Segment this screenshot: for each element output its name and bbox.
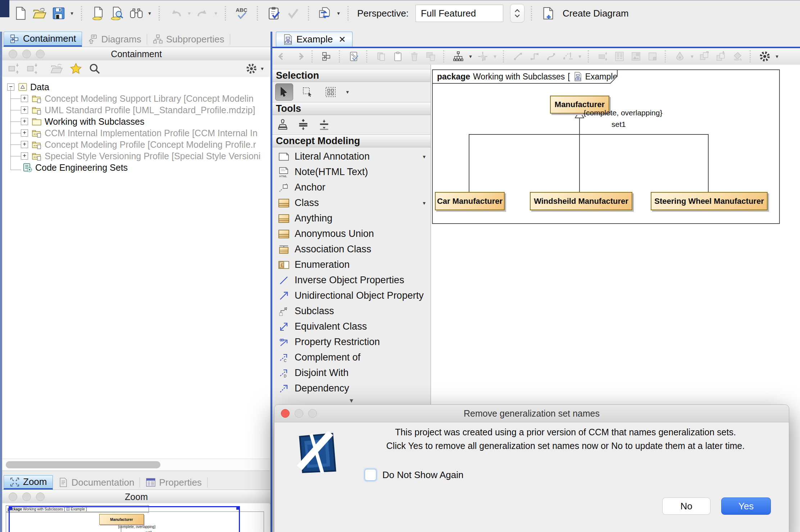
palette-item-class[interactable]: Class ▾ xyxy=(272,195,431,211)
yes-button[interactable]: Yes xyxy=(721,497,771,515)
redo-icon[interactable] xyxy=(194,4,211,22)
paste-icon[interactable] xyxy=(391,50,405,63)
palette-item-anchor[interactable]: Anchor xyxy=(272,180,431,195)
zoom-viewport-rectangle[interactable] xyxy=(9,506,240,532)
expand-plus-icon[interactable]: + xyxy=(21,106,28,114)
palette-section-selection[interactable]: Selection xyxy=(272,69,431,82)
find-dropdown-icon[interactable]: ▾ xyxy=(147,10,152,17)
diagram-options-gear-icon[interactable] xyxy=(758,50,772,63)
generalization-constraint-label[interactable]: {complete, overlapping} xyxy=(583,109,663,117)
fit-shape-icon[interactable] xyxy=(596,50,610,63)
do-not-show-again-row[interactable]: Do Not Show Again xyxy=(364,469,463,481)
palette-section-concept-modeling[interactable]: Concept Modeling xyxy=(272,134,431,147)
zoom-preview[interactable]: package Working with Subclasses [ Exampl… xyxy=(2,503,270,532)
zoom-button[interactable] xyxy=(308,409,317,418)
palette-item-unidirectional-object-property[interactable]: Unidirectional Object Property xyxy=(272,288,431,303)
collapse-selected-icon[interactable] xyxy=(27,63,39,75)
style-paint-icon[interactable] xyxy=(673,50,687,63)
marquee-select-button[interactable] xyxy=(299,84,316,100)
class-steering-wheel-manufacturer[interactable]: Steering Wheel Manufacturer xyxy=(651,192,768,210)
generate-dropdown-icon[interactable]: ▾ xyxy=(336,10,341,17)
image-shape-icon[interactable] xyxy=(629,50,643,63)
layout-dropdown-icon[interactable]: ▾ xyxy=(468,53,473,60)
tree-item-working-with-subclasses[interactable]: + Working with Subclasses xyxy=(2,116,270,127)
new-project-icon[interactable] xyxy=(12,4,29,22)
copy-style-icon[interactable] xyxy=(697,50,711,63)
line-style-dropdown-icon[interactable]: ▾ xyxy=(577,53,582,60)
panel-options-gear-icon[interactable] xyxy=(245,63,258,75)
tab-containment[interactable]: Containment xyxy=(4,32,82,47)
save-icon[interactable] xyxy=(50,4,67,22)
package-header[interactable]: package Working with Subclasses [ Exampl… xyxy=(432,69,618,84)
create-diagram-icon[interactable] xyxy=(540,4,556,22)
generalization-tree-line[interactable] xyxy=(469,134,709,135)
generalization-line[interactable] xyxy=(579,118,580,134)
tree-item-special-style-profile[interactable]: + «» Special Style Versioning Profile [S… xyxy=(2,150,270,162)
class-car-manufacturer[interactable]: Car Manufacturer xyxy=(435,192,505,210)
specification-icon[interactable] xyxy=(613,50,626,63)
merge-vertically-icon[interactable] xyxy=(318,119,330,130)
tab-subproperties[interactable]: Subproperties xyxy=(147,32,230,47)
no-button[interactable]: No xyxy=(662,497,710,515)
palette-item-equivalent-class[interactable]: Equivalent Class xyxy=(272,319,431,334)
dependent-elements-icon[interactable] xyxy=(561,50,574,63)
undo-icon[interactable] xyxy=(168,4,184,22)
palette-item-literal-annotation[interactable]: Literal Annotation ▾ xyxy=(272,149,431,164)
spelling-icon[interactable]: ABC xyxy=(234,4,250,22)
tree-item-data[interactable]: − Data xyxy=(2,81,270,93)
palette-item-property-restriction[interactable]: Property Restriction xyxy=(272,334,431,350)
palette-item-anonymous-union[interactable]: Anonymous Union xyxy=(272,226,431,242)
palette-item-inverse-object-properties[interactable]: Inverse Object Properties xyxy=(272,272,431,288)
chevron-down-icon[interactable]: ▾ xyxy=(423,153,426,160)
validation-icon[interactable] xyxy=(266,4,282,22)
stamp-tool-icon[interactable] xyxy=(277,119,288,130)
do-not-show-again-checkbox[interactable] xyxy=(364,469,377,481)
palette-section-tools[interactable]: Tools xyxy=(272,102,431,115)
forward-icon[interactable] xyxy=(292,50,306,63)
pointer-tool-button[interactable] xyxy=(275,83,293,101)
panel-window-buttons[interactable] xyxy=(9,492,45,501)
collapse-minus-icon[interactable]: − xyxy=(7,83,14,91)
redo-dropdown-icon[interactable]: ▾ xyxy=(213,10,218,17)
generalization-branch-car[interactable] xyxy=(469,134,469,192)
fill-bucket-icon[interactable] xyxy=(731,50,744,63)
line-style-rectilinear-icon[interactable] xyxy=(511,50,525,63)
tab-properties[interactable]: Properties xyxy=(140,475,208,490)
find-icon[interactable] xyxy=(128,4,145,22)
delete-from-model-icon[interactable] xyxy=(424,50,438,63)
expand-plus-icon[interactable]: + xyxy=(21,141,28,148)
palette-item-enumeration[interactable]: E Enumeration xyxy=(272,257,431,272)
expand-plus-icon[interactable]: + xyxy=(21,129,28,137)
tree-item-code-engineering-sets[interactable]: Code Engineering Sets xyxy=(2,162,270,173)
chevron-down-icon[interactable]: ▾ xyxy=(423,200,426,206)
tab-documentation[interactable]: Documentation xyxy=(53,475,140,490)
panel-options-dropdown-icon[interactable]: ▾ xyxy=(260,65,265,72)
tree-item-ccm-internal-profile[interactable]: + «» CCM Internal Implementation Profile… xyxy=(2,127,270,139)
tree-item-concept-modeling-profile[interactable]: + «» Concept Modeling Profile [Concept M… xyxy=(2,139,270,150)
collapse-all-icon[interactable] xyxy=(8,63,20,75)
palette-item-dependency[interactable]: Dependency xyxy=(272,381,431,396)
selection-dropdown-icon[interactable]: ▾ xyxy=(345,89,350,95)
palette-item-disjoint-with[interactable]: D Disjoint With xyxy=(272,365,431,381)
back-icon[interactable] xyxy=(276,50,290,63)
validate-check-icon[interactable] xyxy=(285,4,301,22)
line-style-oblique-icon[interactable] xyxy=(528,50,541,63)
generalization-set-label[interactable]: set1 xyxy=(612,120,626,129)
diagram-options-dropdown-icon[interactable]: ▾ xyxy=(774,53,779,60)
tab-zoom[interactable]: Zoom xyxy=(4,475,53,490)
palette-item-complement-of[interactable]: C Complement of xyxy=(272,350,431,365)
favorites-star-icon[interactable] xyxy=(70,63,82,75)
line-style-bezier-icon[interactable] xyxy=(544,50,558,63)
tree-item-uml-standard-profile[interactable]: + UML Standard Profile [UML_Standard_Pro… xyxy=(2,104,270,116)
expand-plus-icon[interactable]: + xyxy=(21,95,28,102)
expand-plus-icon[interactable]: + xyxy=(21,152,28,160)
palette-item-anything[interactable]: Anything xyxy=(272,211,431,226)
diagram-validation-icon[interactable] xyxy=(347,50,361,63)
open-in-new-tree-icon[interactable] xyxy=(50,63,63,75)
save-dropdown-icon[interactable]: ▾ xyxy=(69,10,74,17)
perspective-stepper[interactable] xyxy=(510,4,524,23)
minimize-button[interactable] xyxy=(295,409,303,418)
multi-select-button[interactable] xyxy=(322,84,339,100)
scrollbar-thumb[interactable] xyxy=(6,461,160,468)
class-windshield-manufacturer[interactable]: Windsheild Manufacturer xyxy=(530,192,632,210)
